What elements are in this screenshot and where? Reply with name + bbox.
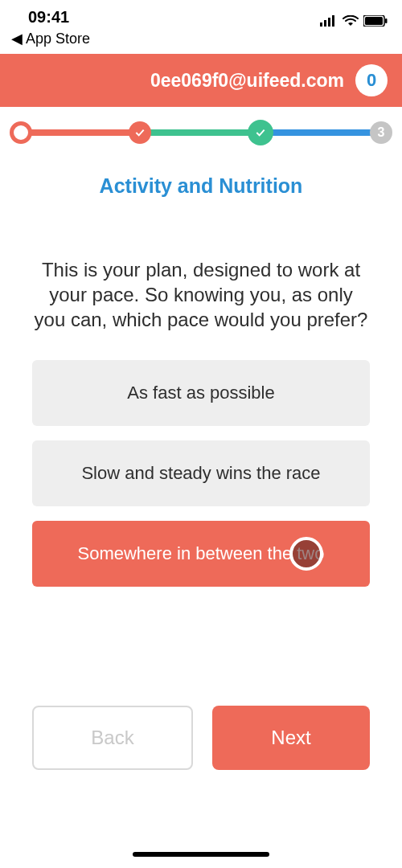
status-indicators <box>320 15 388 27</box>
header-badge[interactable]: 0 <box>355 64 388 96</box>
question-section: This is your plan, designed to work at y… <box>0 257 402 587</box>
next-button[interactable]: Next <box>212 706 370 770</box>
check-icon <box>254 126 267 139</box>
home-indicator[interactable] <box>133 852 269 857</box>
status-bar: 09:41 <box>0 0 402 28</box>
option-fast[interactable]: As fast as possible <box>32 360 370 426</box>
battery-icon <box>363 15 388 27</box>
header-bar: 0ee069f0@uifeed.com 0 <box>0 54 402 107</box>
check-icon <box>133 126 146 139</box>
progress-stepper: 3 <box>0 118 402 158</box>
svg-rect-3 <box>332 15 334 27</box>
signal-icon <box>320 15 338 27</box>
option-between[interactable]: Somewhere in between the two <box>32 521 370 587</box>
svg-rect-2 <box>328 18 330 27</box>
option-label: As fast as possible <box>127 383 274 403</box>
status-time: 09:41 <box>28 8 69 27</box>
step-node-1 <box>129 121 151 144</box>
svg-rect-6 <box>385 18 388 23</box>
header-email: 0ee069f0@uifeed.com <box>150 70 344 92</box>
back-button[interactable]: Back <box>32 706 193 770</box>
stepper-nodes: 3 <box>13 121 389 145</box>
option-label: Somewhere in between the two <box>78 543 325 564</box>
back-to-appstore[interactable]: ◀ App Store <box>0 28 402 54</box>
footer-actions: Back Next <box>0 706 402 770</box>
wifi-icon <box>343 15 359 27</box>
option-slow[interactable]: Slow and steady wins the race <box>32 440 370 506</box>
step-node-start <box>10 121 32 144</box>
svg-rect-5 <box>365 17 383 25</box>
step-node-3: 3 <box>370 121 392 144</box>
option-label: Slow and steady wins the race <box>81 463 320 484</box>
svg-rect-1 <box>324 20 326 27</box>
svg-rect-0 <box>320 23 322 27</box>
section-title: Activity and Nutrition <box>0 174 402 198</box>
step-node-2 <box>248 120 273 145</box>
question-text: This is your plan, designed to work at y… <box>32 257 370 333</box>
